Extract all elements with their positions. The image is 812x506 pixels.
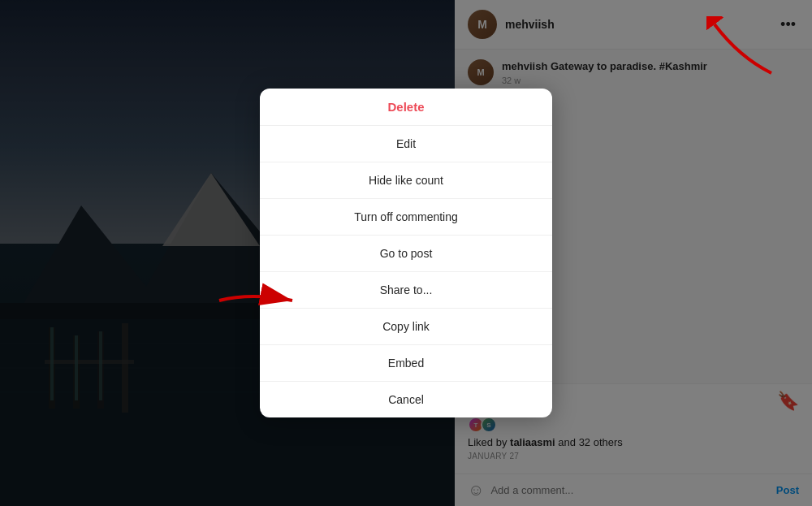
embed-option[interactable]: Embed xyxy=(260,345,552,382)
modal-backdrop[interactable]: Delete Edit Hide like count Turn off com… xyxy=(0,0,812,506)
copy-link-option[interactable]: Copy link xyxy=(260,309,552,345)
delete-option[interactable]: Delete xyxy=(260,89,552,126)
options-modal: Delete Edit Hide like count Turn off com… xyxy=(260,89,552,417)
cancel-option[interactable]: Cancel xyxy=(260,382,552,417)
turn-off-commenting-option[interactable]: Turn off commenting xyxy=(260,199,552,236)
go-to-post-option[interactable]: Go to post xyxy=(260,236,552,272)
edit-option[interactable]: Edit xyxy=(260,126,552,162)
hide-like-count-option[interactable]: Hide like count xyxy=(260,162,552,199)
share-to-option[interactable]: Share to... xyxy=(260,272,552,309)
